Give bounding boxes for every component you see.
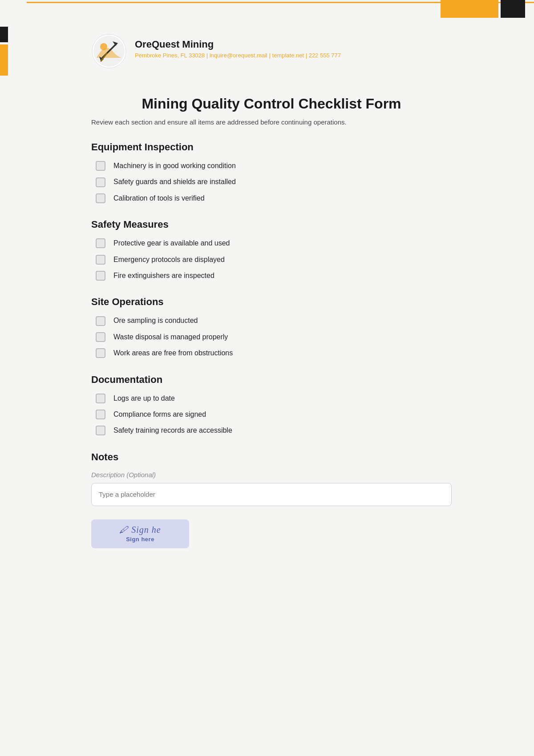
checkbox-equipment-inspection-0[interactable] [96, 161, 105, 171]
checklist-label: Ore sampling is conducted [113, 316, 198, 326]
checkbox-site-operations-2[interactable] [96, 348, 105, 358]
checklist-label: Waste disposal is managed properly [113, 332, 228, 342]
sections-container: Equipment InspectionMachinery is in good… [91, 141, 452, 436]
sign-button-content: 🖊 Sign he Sign here [119, 525, 161, 543]
sign-button[interactable]: 🖊 Sign he Sign here [91, 519, 189, 548]
checklist-item: Ore sampling is conducted [91, 316, 452, 326]
section-site-operations: Site OperationsOre sampling is conducted… [91, 296, 452, 358]
section-title-site-operations: Site Operations [91, 296, 452, 308]
section-title-safety-measures: Safety Measures [91, 219, 452, 230]
checklist-item: Emergency protocols are displayed [91, 255, 452, 265]
checkbox-documentation-1[interactable] [96, 410, 105, 419]
notes-description-label: Description (Optional) [91, 471, 452, 479]
notes-section-title: Notes [91, 451, 452, 463]
sign-button-wrapper: 🖊 Sign he Sign here [91, 519, 452, 548]
page-content: OreQuest Mining Pembroke Pines, FL 33028… [56, 0, 478, 584]
checkbox-documentation-0[interactable] [96, 394, 105, 403]
checklist-label: Safety guards and shields are installed [113, 177, 236, 187]
section-equipment-inspection: Equipment InspectionMachinery is in good… [91, 141, 452, 203]
top-black-block [501, 0, 525, 18]
checklist-label: Logs are up to date [113, 394, 175, 403]
section-documentation: DocumentationLogs are up to dateComplian… [91, 374, 452, 436]
checkbox-site-operations-1[interactable] [96, 332, 105, 342]
header: OreQuest Mining Pembroke Pines, FL 33028… [91, 33, 452, 69]
checklist-item: Protective gear is available and used [91, 238, 452, 248]
checkbox-site-operations-0[interactable] [96, 316, 105, 326]
checklist-item: Fire extinguishers are inspected [91, 271, 452, 281]
checklist-item: Compliance forms are signed [91, 410, 452, 419]
checklist-item: Work areas are free from obstructions [91, 348, 452, 358]
left-accent-black [0, 27, 8, 42]
checkbox-equipment-inspection-1[interactable] [96, 177, 105, 187]
checkbox-safety-measures-2[interactable] [96, 271, 105, 281]
section-title-documentation: Documentation [91, 374, 452, 386]
company-name: OreQuest Mining [135, 39, 341, 50]
checklist-item: Logs are up to date [91, 394, 452, 403]
form-title-area: Mining Quality Control Checklist Form Re… [91, 96, 452, 126]
sign-signature-text: 🖊 Sign he [119, 525, 161, 535]
checklist-label: Safety training records are accessible [113, 426, 232, 435]
form-title: Mining Quality Control Checklist Form [91, 96, 452, 112]
checklist-label: Work areas are free from obstructions [113, 348, 233, 358]
checklist-label: Compliance forms are signed [113, 410, 206, 419]
sign-label: Sign here [126, 536, 154, 543]
checklist-item: Safety guards and shields are installed [91, 177, 452, 187]
form-subtitle: Review each section and ensure all items… [91, 118, 452, 126]
checklist-label: Emergency protocols are displayed [113, 255, 225, 265]
checklist-item: Safety training records are accessible [91, 426, 452, 435]
checklist-label: Fire extinguishers are inspected [113, 271, 214, 281]
left-accent-orange [0, 44, 8, 76]
checklist-item: Waste disposal is managed properly [91, 332, 452, 342]
checklist-item: Calibration of tools is verified [91, 193, 452, 203]
notes-input[interactable] [91, 483, 452, 506]
checkbox-equipment-inspection-2[interactable] [96, 193, 105, 203]
checkbox-documentation-2[interactable] [96, 426, 105, 435]
checklist-label: Protective gear is available and used [113, 238, 230, 248]
checklist-label: Calibration of tools is verified [113, 193, 205, 203]
section-safety-measures: Safety MeasuresProtective gear is availa… [91, 219, 452, 281]
header-text: OreQuest Mining Pembroke Pines, FL 33028… [135, 33, 341, 59]
checklist-item: Machinery is in good working condition [91, 161, 452, 171]
notes-section: Notes Description (Optional) [91, 451, 452, 506]
checkbox-safety-measures-0[interactable] [96, 238, 105, 248]
company-info: Pembroke Pines, FL 33028 | inquire@orequ… [135, 52, 341, 59]
company-logo [91, 33, 127, 69]
section-title-equipment-inspection: Equipment Inspection [91, 141, 452, 153]
checklist-label: Machinery is in good working condition [113, 161, 236, 171]
svg-point-2 [100, 43, 107, 50]
checkbox-safety-measures-1[interactable] [96, 255, 105, 265]
